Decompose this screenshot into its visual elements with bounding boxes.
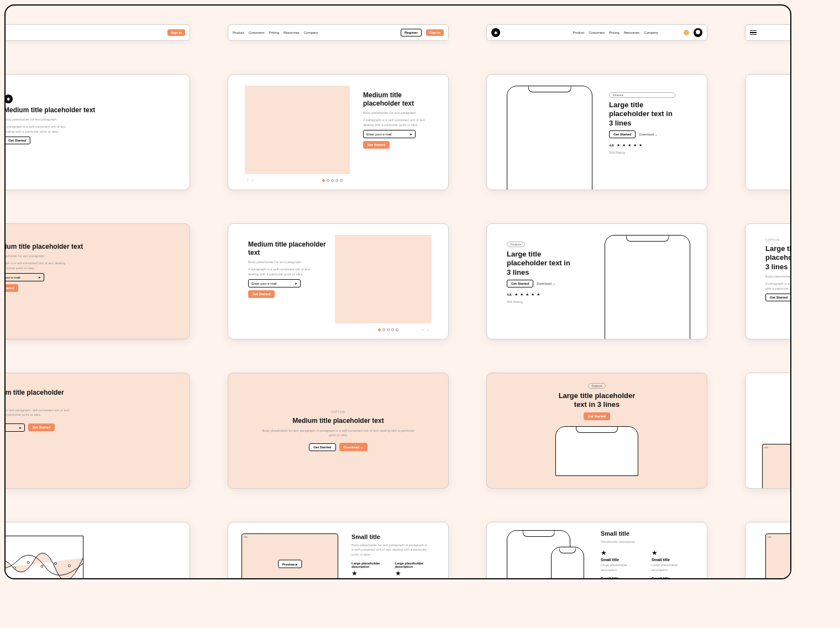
carousel-dots[interactable] xyxy=(378,328,398,331)
phone-mockup-small xyxy=(551,547,584,579)
svg-point-4 xyxy=(55,562,57,564)
nav-link[interactable]: Customers xyxy=(249,31,265,34)
prev-icon[interactable]: ‹ xyxy=(247,178,249,183)
hero-title: Medium title placeholder text xyxy=(4,389,75,405)
nav-links: Product Customers Pricing Resources Comp… xyxy=(573,31,658,34)
hero-windows xyxy=(745,74,791,190)
email-input[interactable]: Enter your e-mail xyxy=(363,130,416,138)
get-started-button[interactable]: Get Started xyxy=(363,141,390,149)
nav-link[interactable]: Customers xyxy=(589,31,605,34)
phone-mockup xyxy=(605,235,690,339)
hero-body: A paragraph is a self-contained unit of … xyxy=(248,267,320,276)
download-link[interactable]: Download ⌄ xyxy=(537,281,555,285)
signin-button[interactable]: Sign In xyxy=(426,29,444,36)
feature-desc: Large placeholder description xyxy=(601,563,643,572)
hero-title: Medium title placeholder text xyxy=(248,240,335,257)
get-started-button[interactable]: Get Started xyxy=(309,443,335,451)
feature-pill: Feature xyxy=(507,242,525,247)
avatar-icon[interactable] xyxy=(694,28,702,37)
nav-link[interactable]: Product xyxy=(573,31,585,34)
nav-link[interactable]: Company xyxy=(304,31,318,34)
svg-point-3 xyxy=(41,565,43,567)
hero-body: A paragraph is a self-contained unit of … xyxy=(4,261,69,270)
feature-title: Large placeholder description xyxy=(351,562,392,568)
bell-icon[interactable] xyxy=(684,30,689,35)
get-started-button[interactable]: Get Started xyxy=(507,280,533,287)
feature-title: Small title xyxy=(601,577,643,579)
hero-body: placeholder for text paragraph. self-con… xyxy=(4,408,75,417)
chart-card xyxy=(4,522,190,579)
preview-button[interactable]: Preview ▸ xyxy=(278,560,302,568)
signin-button[interactable]: Sign In xyxy=(167,29,185,36)
hero-body: Body placeholder for text paragraph. xyxy=(4,254,167,258)
nav-links: Product Customers Pricing Resources Comp… xyxy=(233,31,318,34)
feature-pill: Feature xyxy=(588,383,606,389)
hero-title: Medium title placeholder text xyxy=(4,243,167,251)
rating-score: 4.8 xyxy=(609,143,613,148)
next-icon[interactable]: › xyxy=(427,327,428,332)
video-placeholder[interactable]: ▶ xyxy=(765,533,791,579)
chart-placeholder xyxy=(4,536,83,579)
phone-mockup xyxy=(555,426,638,476)
window-image: Preview ▸ xyxy=(242,533,338,579)
navbar-full: Product Customers Pricing Resources Comp… xyxy=(228,24,449,41)
hero-right-cut: CAPTION Large title placeholder tex Get … xyxy=(745,373,791,489)
hero-carousel-left: Medium title placeholder text Body place… xyxy=(228,74,449,190)
nav-link[interactable]: Pricing xyxy=(609,31,619,34)
feature-title: Small title xyxy=(652,577,694,579)
navbar-simple: Sign In xyxy=(4,24,190,41)
carousel-dots[interactable] xyxy=(322,179,343,182)
nav-link[interactable]: Resources xyxy=(624,31,640,34)
hero-phone-right: Feature Large title placeholder text in … xyxy=(486,74,707,190)
hero-title: Large title placeholder text in 3 lines xyxy=(507,250,573,277)
preview-card: Preview ▸ Small title Body placeholder f… xyxy=(228,522,449,579)
email-input[interactable]: Enter your e-mail xyxy=(248,279,301,287)
video-card: ▶ xyxy=(745,522,791,579)
get-started-button[interactable]: Get Started xyxy=(4,137,30,144)
star-icon: ★ xyxy=(351,569,392,577)
hamburger-icon[interactable] xyxy=(750,30,757,35)
nav-link[interactable]: Pricing xyxy=(269,31,279,34)
caption: CAPTION xyxy=(331,410,345,414)
get-started-button[interactable]: Get Started xyxy=(765,294,791,301)
next-icon[interactable]: › xyxy=(252,178,254,183)
hero-title: Large title placeholder text in 3 lines xyxy=(558,391,636,410)
star-icon: ★ ★ ★ ★ ★ xyxy=(514,292,540,297)
logo-icon: ✶ xyxy=(4,95,13,103)
hero-title: Medium title placeholder text xyxy=(363,91,435,108)
carousel-image xyxy=(245,86,350,174)
hero-body: A paragraph is a self-contained unit of … xyxy=(363,118,435,127)
rating-label: 556 Rating xyxy=(609,150,675,155)
register-button[interactable]: Register xyxy=(401,29,422,36)
section-body: Body placeholder for text paragraph. A p… xyxy=(351,543,429,557)
get-started-button[interactable]: Get Started xyxy=(248,290,275,298)
rating-label: 556 Rating xyxy=(507,300,605,304)
hero-center-phone: Feature Large title placeholder text in … xyxy=(486,373,707,489)
nav-link[interactable]: Product xyxy=(233,31,244,34)
download-link[interactable]: Download ⌄ xyxy=(639,132,657,136)
get-started-button[interactable]: Get Started xyxy=(584,412,610,420)
email-input[interactable]: Enter your e-mail xyxy=(4,273,44,281)
star-icon: ★ xyxy=(652,549,694,557)
hero-title: Large title placeholder text in 3 lines xyxy=(765,244,791,271)
download-button[interactable]: Download ⌄ xyxy=(339,443,368,451)
feature-title: Large placeholder description xyxy=(395,562,435,568)
navbar-hamburger: Product Customers Pricing Res... xyxy=(745,24,791,41)
nav-link[interactable]: Company xyxy=(644,31,658,34)
navbar-logged: ✶ Product Customers Pricing Resources Co… xyxy=(486,24,707,41)
feature-title: Small title xyxy=(652,558,694,562)
hero-left-stripe: ✶ Medium title placeholder text Body pla… xyxy=(4,74,190,190)
get-started-button[interactable]: Get Started xyxy=(609,130,636,138)
get-started-button[interactable]: Get Started xyxy=(4,284,18,292)
carousel-image xyxy=(335,235,432,323)
logo-icon: ✶ xyxy=(491,28,500,37)
email-input[interactable]: E-mail xyxy=(4,423,25,432)
nav-link[interactable]: Resources xyxy=(284,31,300,34)
prev-icon[interactable]: ‹ xyxy=(422,327,424,332)
get-started-button[interactable]: Get Started xyxy=(28,423,55,431)
hero-body: A paragraph is a self-contained unit of … xyxy=(765,281,791,291)
feature-item: Small title xyxy=(652,577,694,579)
svg-point-5 xyxy=(68,564,70,567)
feature-item: ★ Small title Large placeholder descript… xyxy=(601,549,643,572)
star-icon: ★ xyxy=(395,569,435,577)
